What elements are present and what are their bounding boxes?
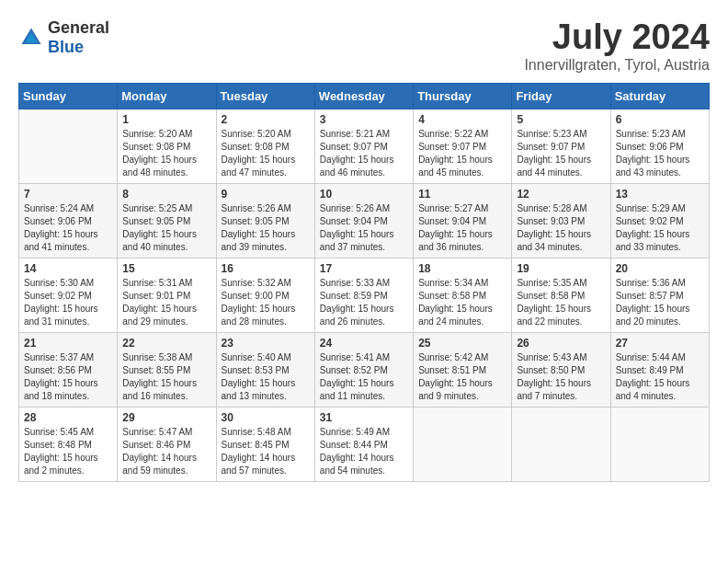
day-number: 1: [122, 113, 210, 126]
day-number: 7: [24, 188, 112, 201]
calendar-cell: 16Sunrise: 5:32 AM Sunset: 9:00 PM Dayli…: [216, 258, 314, 332]
day-number: 14: [24, 262, 112, 275]
calendar-cell: 1Sunrise: 5:20 AM Sunset: 9:08 PM Daylig…: [118, 109, 216, 183]
day-number: 9: [222, 188, 310, 201]
calendar-cell: 6Sunrise: 5:23 AM Sunset: 9:06 PM Daylig…: [610, 109, 709, 183]
day-number: 6: [616, 113, 704, 126]
day-info: Sunrise: 5:20 AM Sunset: 9:08 PM Dayligh…: [122, 128, 210, 179]
day-info: Sunrise: 5:20 AM Sunset: 9:08 PM Dayligh…: [222, 128, 310, 179]
calendar-cell: 25Sunrise: 5:42 AM Sunset: 8:51 PM Dayli…: [414, 332, 512, 407]
day-number: 11: [418, 188, 506, 201]
day-info: Sunrise: 5:25 AM Sunset: 9:05 PM Dayligh…: [122, 202, 210, 254]
day-info: Sunrise: 5:22 AM Sunset: 9:07 PM Dayligh…: [418, 128, 506, 179]
day-info: Sunrise: 5:36 AM Sunset: 8:57 PM Dayligh…: [616, 277, 704, 328]
day-info: Sunrise: 5:30 AM Sunset: 9:02 PM Dayligh…: [24, 277, 112, 328]
day-info: Sunrise: 5:21 AM Sunset: 9:07 PM Dayligh…: [320, 128, 408, 179]
day-info: Sunrise: 5:35 AM Sunset: 8:58 PM Dayligh…: [517, 277, 605, 328]
calendar-cell: 28Sunrise: 5:45 AM Sunset: 8:48 PM Dayli…: [19, 407, 118, 481]
day-info: Sunrise: 5:32 AM Sunset: 9:00 PM Dayligh…: [222, 277, 310, 328]
day-number: 25: [418, 337, 506, 350]
calendar-cell: 10Sunrise: 5:26 AM Sunset: 9:04 PM Dayli…: [314, 183, 413, 258]
day-info: Sunrise: 5:23 AM Sunset: 9:07 PM Dayligh…: [517, 128, 605, 179]
calendar-cell: [414, 407, 512, 481]
calendar-cell: 24Sunrise: 5:41 AM Sunset: 8:52 PM Dayli…: [314, 332, 413, 407]
calendar-cell: 30Sunrise: 5:48 AM Sunset: 8:45 PM Dayli…: [216, 407, 314, 481]
logo-text-blue: Blue: [48, 38, 84, 56]
day-number: 4: [418, 113, 506, 126]
day-number: 13: [616, 188, 704, 201]
day-number: 17: [320, 262, 408, 275]
calendar-cell: 12Sunrise: 5:28 AM Sunset: 9:03 PM Dayli…: [512, 183, 610, 258]
location-title: Innervillgraten, Tyrol, Austria: [524, 57, 710, 74]
day-info: Sunrise: 5:42 AM Sunset: 8:51 PM Dayligh…: [418, 351, 506, 403]
header-day-thursday: Thursday: [414, 83, 512, 109]
day-number: 8: [122, 188, 210, 201]
logo-text-general: General: [48, 18, 109, 37]
calendar-cell: 23Sunrise: 5:40 AM Sunset: 8:53 PM Dayli…: [216, 332, 314, 407]
day-info: Sunrise: 5:48 AM Sunset: 8:45 PM Dayligh…: [222, 426, 310, 477]
day-number: 20: [616, 262, 704, 275]
day-info: Sunrise: 5:27 AM Sunset: 9:04 PM Dayligh…: [418, 202, 506, 254]
day-info: Sunrise: 5:23 AM Sunset: 9:06 PM Dayligh…: [616, 128, 704, 179]
day-number: 24: [320, 337, 408, 350]
calendar-cell: 4Sunrise: 5:22 AM Sunset: 9:07 PM Daylig…: [414, 109, 512, 183]
calendar-cell: 9Sunrise: 5:26 AM Sunset: 9:05 PM Daylig…: [216, 183, 314, 258]
calendar-cell: 20Sunrise: 5:36 AM Sunset: 8:57 PM Dayli…: [610, 258, 709, 332]
day-info: Sunrise: 5:38 AM Sunset: 8:55 PM Dayligh…: [122, 351, 210, 403]
day-info: Sunrise: 5:44 AM Sunset: 8:49 PM Dayligh…: [616, 351, 704, 403]
header-day-monday: Monday: [118, 83, 216, 109]
calendar-cell: 11Sunrise: 5:27 AM Sunset: 9:04 PM Dayli…: [414, 183, 512, 258]
day-number: 28: [24, 411, 112, 424]
header-day-saturday: Saturday: [610, 83, 709, 109]
day-number: 21: [24, 337, 112, 350]
calendar-cell: 17Sunrise: 5:33 AM Sunset: 8:59 PM Dayli…: [314, 258, 413, 332]
day-number: 5: [517, 113, 605, 126]
day-number: 12: [517, 188, 605, 201]
calendar-cell: 21Sunrise: 5:37 AM Sunset: 8:56 PM Dayli…: [19, 332, 118, 407]
day-number: 23: [222, 337, 310, 350]
calendar-table: SundayMondayTuesdayWednesdayThursdayFrid…: [18, 83, 710, 482]
calendar-cell: 8Sunrise: 5:25 AM Sunset: 9:05 PM Daylig…: [118, 183, 216, 258]
day-info: Sunrise: 5:49 AM Sunset: 8:44 PM Dayligh…: [320, 426, 408, 477]
header-day-tuesday: Tuesday: [216, 83, 314, 109]
calendar-cell: [19, 109, 118, 183]
page-header: General Blue July 2024 Innervillgraten, …: [18, 18, 710, 74]
calendar-cell: 18Sunrise: 5:34 AM Sunset: 8:58 PM Dayli…: [414, 258, 512, 332]
month-title: July 2024: [524, 18, 710, 57]
header-day-sunday: Sunday: [19, 83, 118, 109]
day-number: 16: [222, 262, 310, 275]
day-info: Sunrise: 5:34 AM Sunset: 8:58 PM Dayligh…: [418, 277, 506, 328]
day-number: 30: [222, 411, 310, 424]
calendar-cell: 7Sunrise: 5:24 AM Sunset: 9:06 PM Daylig…: [19, 183, 118, 258]
day-number: 26: [517, 337, 605, 350]
day-number: 2: [222, 113, 310, 126]
calendar-cell: 19Sunrise: 5:35 AM Sunset: 8:58 PM Dayli…: [512, 258, 610, 332]
day-info: Sunrise: 5:31 AM Sunset: 9:01 PM Dayligh…: [122, 277, 210, 328]
calendar-cell: 13Sunrise: 5:29 AM Sunset: 9:02 PM Dayli…: [610, 183, 709, 258]
calendar-cell: [610, 407, 709, 481]
day-number: 3: [320, 113, 408, 126]
calendar-cell: 26Sunrise: 5:43 AM Sunset: 8:50 PM Dayli…: [512, 332, 610, 407]
day-number: 22: [122, 337, 210, 350]
calendar-cell: 5Sunrise: 5:23 AM Sunset: 9:07 PM Daylig…: [512, 109, 610, 183]
calendar-cell: [512, 407, 610, 481]
calendar-cell: 3Sunrise: 5:21 AM Sunset: 9:07 PM Daylig…: [314, 109, 413, 183]
day-info: Sunrise: 5:41 AM Sunset: 8:52 PM Dayligh…: [320, 351, 408, 403]
day-info: Sunrise: 5:26 AM Sunset: 9:05 PM Dayligh…: [222, 202, 310, 254]
day-info: Sunrise: 5:24 AM Sunset: 9:06 PM Dayligh…: [24, 202, 112, 254]
header-row: SundayMondayTuesdayWednesdayThursdayFrid…: [19, 83, 710, 109]
week-row-4: 21Sunrise: 5:37 AM Sunset: 8:56 PM Dayli…: [19, 332, 710, 407]
calendar-cell: 2Sunrise: 5:20 AM Sunset: 9:08 PM Daylig…: [216, 109, 314, 183]
day-info: Sunrise: 5:40 AM Sunset: 8:53 PM Dayligh…: [222, 351, 310, 403]
week-row-5: 28Sunrise: 5:45 AM Sunset: 8:48 PM Dayli…: [19, 407, 710, 481]
calendar-cell: 15Sunrise: 5:31 AM Sunset: 9:01 PM Dayli…: [118, 258, 216, 332]
day-info: Sunrise: 5:29 AM Sunset: 9:02 PM Dayligh…: [616, 202, 704, 254]
week-row-2: 7Sunrise: 5:24 AM Sunset: 9:06 PM Daylig…: [19, 183, 710, 258]
day-info: Sunrise: 5:37 AM Sunset: 8:56 PM Dayligh…: [24, 351, 112, 403]
day-number: 29: [122, 411, 210, 424]
day-number: 18: [418, 262, 506, 275]
day-info: Sunrise: 5:47 AM Sunset: 8:46 PM Dayligh…: [122, 426, 210, 477]
day-number: 27: [616, 337, 704, 350]
calendar-cell: 31Sunrise: 5:49 AM Sunset: 8:44 PM Dayli…: [314, 407, 413, 481]
header-day-wednesday: Wednesday: [314, 83, 413, 109]
